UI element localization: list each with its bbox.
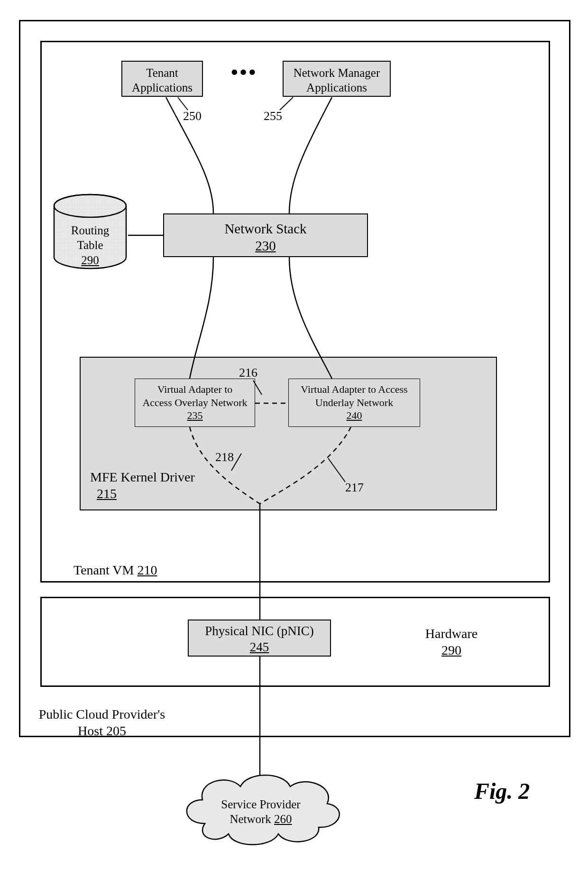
hardware-label-text: Hardware [404, 625, 499, 642]
pnic-ref: 245 [189, 639, 330, 656]
pnic-label: Physical NIC (pNIC) [189, 623, 330, 639]
hardware-label: Hardware 290 [404, 625, 499, 658]
vertical-main [0, 0, 588, 870]
cloud-label: Service Provider Network 260 [194, 797, 327, 827]
pnic-box: Physical NIC (pNIC) 245 [188, 620, 331, 657]
figure-label: Fig. 2 [474, 778, 530, 804]
cloud-line1: Service Provider [194, 797, 327, 812]
hardware-ref: 290 [404, 642, 499, 658]
cloud-line2: Network 260 [194, 812, 327, 826]
